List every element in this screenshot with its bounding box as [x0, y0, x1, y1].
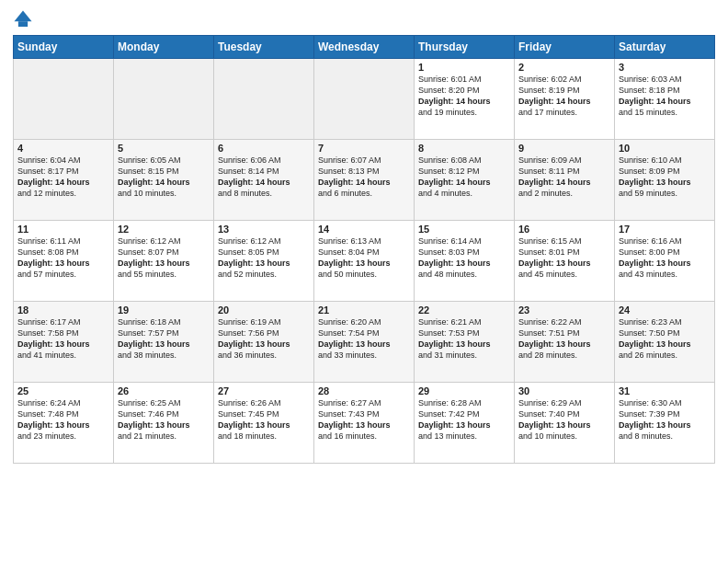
calendar-cell — [214, 59, 314, 140]
cell-content: Sunrise: 6:29 AMSunset: 7:40 PMDaylight:… — [518, 397, 610, 442]
day-number: 15 — [418, 224, 510, 235]
day-number: 28 — [318, 385, 410, 396]
calendar-cell: 9Sunrise: 6:09 AMSunset: 8:11 PMDaylight… — [515, 140, 615, 221]
cell-content: Sunrise: 6:09 AMSunset: 8:11 PMDaylight:… — [518, 155, 610, 200]
cell-content: Sunrise: 6:02 AMSunset: 8:19 PMDaylight:… — [518, 74, 610, 119]
calendar-cell: 8Sunrise: 6:08 AMSunset: 8:12 PMDaylight… — [415, 140, 515, 221]
cell-content: Sunrise: 6:10 AMSunset: 8:09 PMDaylight:… — [619, 155, 711, 200]
day-header-wednesday: Wednesday — [314, 36, 415, 59]
calendar-cell: 10Sunrise: 6:10 AMSunset: 8:09 PMDayligh… — [615, 140, 715, 221]
cell-content: Sunrise: 6:05 AMSunset: 8:15 PMDaylight:… — [118, 155, 210, 200]
day-number: 31 — [619, 385, 711, 396]
calendar-cell — [314, 59, 415, 140]
day-number: 7 — [318, 143, 410, 154]
calendar-cell: 18Sunrise: 6:17 AMSunset: 7:58 PMDayligh… — [14, 302, 114, 383]
calendar-cell: 27Sunrise: 6:26 AMSunset: 7:45 PMDayligh… — [214, 383, 314, 464]
day-number: 2 — [518, 62, 610, 73]
cell-content: Sunrise: 6:22 AMSunset: 7:51 PMDaylight:… — [518, 316, 610, 362]
page: SundayMondayTuesdayWednesdayThursdayFrid… — [0, 0, 728, 563]
calendar-table: SundayMondayTuesdayWednesdayThursdayFrid… — [13, 35, 715, 464]
header — [13, 9, 715, 29]
day-number: 21 — [318, 304, 410, 316]
cell-content: Sunrise: 6:24 AMSunset: 7:48 PMDaylight:… — [17, 397, 109, 442]
day-header-tuesday: Tuesday — [214, 36, 314, 59]
cell-content: Sunrise: 6:19 AMSunset: 7:56 PMDaylight:… — [218, 316, 310, 362]
cell-content: Sunrise: 6:04 AMSunset: 8:17 PMDaylight:… — [17, 155, 109, 200]
day-number: 24 — [619, 304, 711, 316]
cell-content: Sunrise: 6:08 AMSunset: 8:12 PMDaylight:… — [418, 155, 510, 200]
day-number: 10 — [619, 143, 711, 154]
calendar-cell — [114, 59, 214, 140]
day-number: 23 — [518, 304, 610, 316]
cell-content: Sunrise: 6:17 AMSunset: 7:58 PMDaylight:… — [17, 316, 109, 362]
cell-content: Sunrise: 6:26 AMSunset: 7:45 PMDaylight:… — [218, 397, 310, 442]
cell-content: Sunrise: 6:25 AMSunset: 7:46 PMDaylight:… — [118, 397, 210, 442]
cell-content: Sunrise: 6:30 AMSunset: 7:39 PMDaylight:… — [619, 397, 711, 442]
calendar-cell: 6Sunrise: 6:06 AMSunset: 8:14 PMDaylight… — [214, 140, 314, 221]
day-number: 25 — [17, 385, 109, 396]
day-number: 22 — [418, 304, 510, 316]
calendar-cell — [14, 59, 114, 140]
calendar-cell: 16Sunrise: 6:15 AMSunset: 8:01 PMDayligh… — [515, 221, 615, 302]
day-number: 9 — [518, 143, 610, 154]
calendar-cell: 14Sunrise: 6:13 AMSunset: 8:04 PMDayligh… — [314, 221, 415, 302]
cell-content: Sunrise: 6:15 AMSunset: 8:01 PMDaylight:… — [518, 236, 610, 281]
day-header-sunday: Sunday — [14, 36, 114, 59]
calendar-cell: 1Sunrise: 6:01 AMSunset: 8:20 PMDaylight… — [415, 59, 515, 140]
day-number: 27 — [218, 385, 310, 396]
calendar-week-3: 11Sunrise: 6:11 AMSunset: 8:08 PMDayligh… — [14, 221, 715, 302]
day-number: 14 — [318, 224, 410, 235]
calendar-cell: 26Sunrise: 6:25 AMSunset: 7:46 PMDayligh… — [114, 383, 214, 464]
day-header-monday: Monday — [114, 36, 214, 59]
calendar-cell: 20Sunrise: 6:19 AMSunset: 7:56 PMDayligh… — [214, 302, 314, 383]
calendar-week-2: 4Sunrise: 6:04 AMSunset: 8:17 PMDaylight… — [14, 140, 715, 221]
cell-content: Sunrise: 6:06 AMSunset: 8:14 PMDaylight:… — [218, 155, 310, 200]
day-number: 29 — [418, 385, 510, 396]
calendar-cell: 12Sunrise: 6:12 AMSunset: 8:07 PMDayligh… — [114, 221, 214, 302]
day-number: 11 — [17, 224, 109, 235]
day-number: 19 — [118, 304, 210, 316]
day-number: 30 — [518, 385, 610, 396]
day-number: 12 — [118, 224, 210, 235]
logo — [13, 9, 37, 29]
calendar-cell: 2Sunrise: 6:02 AMSunset: 8:19 PMDaylight… — [515, 59, 615, 140]
calendar-cell: 30Sunrise: 6:29 AMSunset: 7:40 PMDayligh… — [515, 383, 615, 464]
calendar-cell: 24Sunrise: 6:23 AMSunset: 7:50 PMDayligh… — [615, 302, 715, 383]
cell-content: Sunrise: 6:03 AMSunset: 8:18 PMDaylight:… — [619, 74, 711, 119]
cell-content: Sunrise: 6:18 AMSunset: 7:57 PMDaylight:… — [118, 316, 210, 362]
calendar-cell: 11Sunrise: 6:11 AMSunset: 8:08 PMDayligh… — [14, 221, 114, 302]
calendar-cell: 3Sunrise: 6:03 AMSunset: 8:18 PMDaylight… — [615, 59, 715, 140]
calendar-cell: 4Sunrise: 6:04 AMSunset: 8:17 PMDaylight… — [14, 140, 114, 221]
day-header-friday: Friday — [515, 36, 615, 59]
calendar-cell: 13Sunrise: 6:12 AMSunset: 8:05 PMDayligh… — [214, 221, 314, 302]
cell-content: Sunrise: 6:16 AMSunset: 8:00 PMDaylight:… — [619, 236, 711, 281]
day-number: 3 — [619, 62, 711, 73]
calendar-cell: 21Sunrise: 6:20 AMSunset: 7:54 PMDayligh… — [314, 302, 415, 383]
day-number: 6 — [218, 143, 310, 154]
cell-content: Sunrise: 6:01 AMSunset: 8:20 PMDaylight:… — [418, 74, 510, 119]
day-number: 4 — [17, 143, 109, 154]
calendar-week-4: 18Sunrise: 6:17 AMSunset: 7:58 PMDayligh… — [14, 302, 715, 383]
calendar-header-row: SundayMondayTuesdayWednesdayThursdayFrid… — [14, 36, 715, 59]
calendar-cell: 17Sunrise: 6:16 AMSunset: 8:00 PMDayligh… — [615, 221, 715, 302]
day-number: 16 — [518, 224, 610, 235]
cell-content: Sunrise: 6:28 AMSunset: 7:42 PMDaylight:… — [418, 397, 510, 442]
cell-content: Sunrise: 6:14 AMSunset: 8:03 PMDaylight:… — [418, 236, 510, 281]
cell-content: Sunrise: 6:12 AMSunset: 8:07 PMDaylight:… — [118, 236, 210, 281]
cell-content: Sunrise: 6:11 AMSunset: 8:08 PMDaylight:… — [17, 236, 109, 281]
day-number: 1 — [418, 62, 510, 73]
svg-marker-0 — [14, 10, 31, 21]
calendar-cell: 15Sunrise: 6:14 AMSunset: 8:03 PMDayligh… — [415, 221, 515, 302]
cell-content: Sunrise: 6:23 AMSunset: 7:50 PMDaylight:… — [619, 316, 711, 362]
calendar-week-5: 25Sunrise: 6:24 AMSunset: 7:48 PMDayligh… — [14, 383, 715, 464]
calendar-cell: 25Sunrise: 6:24 AMSunset: 7:48 PMDayligh… — [14, 383, 114, 464]
cell-content: Sunrise: 6:21 AMSunset: 7:53 PMDaylight:… — [418, 316, 510, 362]
calendar-cell: 19Sunrise: 6:18 AMSunset: 7:57 PMDayligh… — [114, 302, 214, 383]
calendar-cell: 23Sunrise: 6:22 AMSunset: 7:51 PMDayligh… — [515, 302, 615, 383]
calendar-cell: 31Sunrise: 6:30 AMSunset: 7:39 PMDayligh… — [615, 383, 715, 464]
cell-content: Sunrise: 6:27 AMSunset: 7:43 PMDaylight:… — [318, 397, 410, 442]
calendar-cell: 29Sunrise: 6:28 AMSunset: 7:42 PMDayligh… — [415, 383, 515, 464]
calendar-cell: 5Sunrise: 6:05 AMSunset: 8:15 PMDaylight… — [114, 140, 214, 221]
svg-rect-1 — [18, 21, 28, 27]
day-header-saturday: Saturday — [615, 36, 715, 59]
